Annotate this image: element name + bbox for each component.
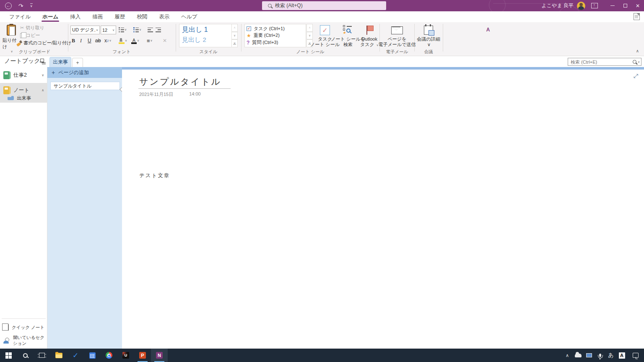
font-color-icon: A (131, 38, 137, 44)
notebook-name: 仕事2 (13, 72, 27, 79)
underline-button[interactable]: U (88, 36, 91, 45)
avatar[interactable] (577, 2, 585, 10)
task-seal-icon: ✓ (320, 25, 330, 35)
styles-scroll-down[interactable]: ∨ (231, 32, 238, 40)
side-note-icon[interactable] (634, 13, 640, 20)
note-body-text[interactable]: テスト文章 (139, 172, 170, 179)
strikethrough-button[interactable]: ab (95, 36, 101, 45)
font-name-combo[interactable]: UD デジタル 教 ∨ (70, 26, 100, 34)
decrease-indent-button[interactable] (148, 26, 153, 34)
tag-important[interactable]: ★ 重要 (Ctrl+2) (247, 32, 304, 39)
highlight-button[interactable]: ∨ (119, 36, 127, 45)
task-view-button[interactable] (34, 349, 50, 362)
increase-indent-button[interactable] (156, 26, 161, 34)
user-name[interactable]: よこやま 良平 (542, 2, 574, 9)
ribbon-display-options-icon[interactable] (591, 3, 598, 8)
action-center-button[interactable] (627, 349, 644, 362)
bold-button[interactable]: B (72, 36, 75, 45)
styles-group-label: スタイル (183, 49, 234, 55)
font-size-combo[interactable]: 12 ∨ (101, 26, 116, 34)
tags-scroll-up[interactable]: ∧ (306, 24, 313, 32)
note-datetime[interactable]: 2021年11月15日 14:00 (139, 91, 201, 98)
paragraph-align-button[interactable]: ≡ ∨ (147, 36, 153, 45)
font-size-value: 12 (102, 28, 107, 33)
ime-kana-indicator[interactable]: あ (605, 349, 616, 362)
italic-button[interactable]: I (80, 36, 82, 45)
tab-view[interactable]: 表示 (153, 11, 175, 22)
copy-button[interactable]: コピー (20, 32, 40, 39)
tags-scroll-down[interactable]: ∨ (306, 32, 313, 40)
tab-file[interactable]: ファイル (3, 11, 36, 22)
open-sections-button[interactable]: 開いているセクション (0, 333, 47, 349)
cut-button[interactable]: ✂ 切り取り (20, 25, 44, 31)
start-button[interactable] (0, 349, 17, 362)
taskbar-search-button[interactable] (17, 349, 34, 362)
microphone-icon[interactable] (595, 349, 605, 362)
tab-insert[interactable]: 挿入 (64, 11, 86, 22)
section-name: 出来事 (17, 95, 31, 101)
note-title[interactable]: サンプルタイトル (139, 76, 221, 88)
customize-qat-icon[interactable]: ∨ (30, 3, 33, 8)
note-time[interactable]: 14:00 (189, 91, 201, 98)
note-canvas[interactable]: サンプルタイトル 2021年11月15日 14:00 テスト文章 ⤢ (122, 67, 644, 349)
maximize-button[interactable] (619, 0, 631, 11)
close-button[interactable]: ✕ (631, 0, 644, 11)
folder-icon (55, 353, 62, 358)
tab-help[interactable]: ヘルプ (175, 11, 203, 22)
todo-app-button[interactable]: ✓ (67, 349, 84, 362)
find-tags-button[interactable]: ★ ノート シールを 検索 (335, 24, 361, 53)
section-tab-dekigoto[interactable]: 出来事 (49, 57, 71, 67)
undo-icon[interactable]: ↶ (18, 3, 23, 9)
tag-question-label: 質問 (Ctrl+3) (252, 39, 278, 46)
delete-button[interactable]: ✕ (163, 36, 167, 45)
format-painter-button[interactable]: 書式のコピー/貼り付け (17, 40, 71, 46)
add-page-button[interactable]: + ページの追加 (47, 67, 122, 78)
section-item-dekigoto[interactable]: 出来事 (0, 94, 47, 102)
onedrive-icon[interactable] (573, 349, 584, 362)
back-icon[interactable]: ← (5, 3, 12, 9)
tab-history[interactable]: 履歴 (109, 11, 131, 22)
bullet-list-button[interactable]: ∨ (119, 26, 127, 34)
file-explorer-button[interactable] (50, 349, 67, 362)
onenote-button[interactable]: N (151, 349, 168, 362)
chevron-down-icon[interactable]: ∨ (42, 73, 44, 77)
numbered-list-button[interactable]: ∨ (133, 26, 141, 34)
style-heading1[interactable]: 見出し 1 (182, 26, 229, 34)
chevron-down-icon[interactable]: ∨ (638, 60, 640, 64)
group-separator (68, 24, 68, 52)
chrome-button[interactable] (101, 349, 117, 362)
pin-icon[interactable] (40, 59, 44, 64)
page-search-box[interactable]: ∨ (568, 58, 641, 66)
notebooks-header[interactable]: ノートブック (4, 57, 40, 65)
styles-scroll-up[interactable]: ∧ (231, 24, 238, 32)
display-icon[interactable] (584, 349, 595, 362)
style-heading2[interactable]: 見出し 2 (182, 36, 229, 44)
calendar-app-button[interactable] (84, 349, 101, 362)
titlebar-search-box[interactable]: 検索 (Alt+Q) (262, 1, 386, 10)
tab-review[interactable]: 校閲 (131, 11, 153, 22)
show-hidden-icons-button[interactable]: ∧ (562, 349, 573, 362)
clipboard-group-label: クリップボード (8, 49, 61, 55)
page-item-sample-title[interactable]: サンプルタイトル (50, 82, 120, 90)
notebook-item-shigoto2[interactable]: 仕事2 ∨ (0, 70, 47, 81)
new-section-tab[interactable]: + (72, 58, 83, 67)
page-search-input[interactable] (568, 59, 633, 65)
chevron-up-icon[interactable]: ∧ (42, 88, 44, 92)
subscript-2: 2 (107, 39, 109, 43)
fullscreen-icon[interactable]: ⤢ (634, 72, 638, 80)
minimize-button[interactable] (606, 0, 619, 11)
styles-more-button[interactable]: ∨ (231, 39, 238, 47)
ime-mode-indicator[interactable]: A (616, 349, 627, 362)
tab-home[interactable]: ホーム (36, 11, 64, 22)
tag-task[interactable]: ✓ タスク (Ctrl+1) (247, 26, 304, 32)
task-view-icon (39, 353, 45, 358)
powerpoint-button[interactable]: P (134, 349, 151, 362)
collapse-ribbon-icon[interactable]: ∧ (636, 49, 639, 53)
quick-notes-button[interactable]: クイック ノート (0, 322, 47, 333)
font-color-button[interactable]: A ∨ (131, 36, 139, 45)
subscript-button[interactable]: x2 ∨ (104, 36, 112, 45)
tab-draw[interactable]: 描画 (86, 11, 109, 22)
note-date[interactable]: 2021年11月15日 (139, 91, 173, 98)
tag-question[interactable]: ? 質問 (Ctrl+3) (247, 39, 304, 46)
ide-button[interactable]: U (117, 349, 134, 362)
